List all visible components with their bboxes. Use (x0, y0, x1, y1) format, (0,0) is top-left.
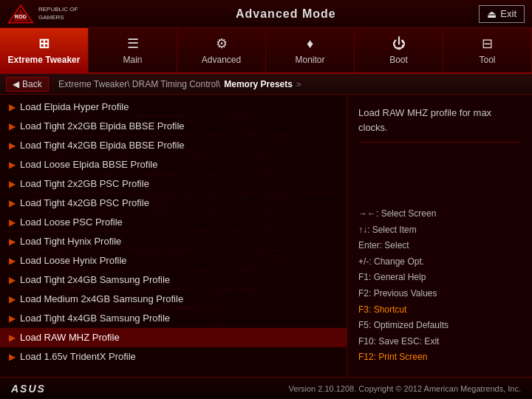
tool-icon: ⊟ (482, 35, 493, 52)
menu-item[interactable]: ▶ Load 1.65v TridentX Profile (0, 347, 347, 366)
menu-item-label: Load Tight 2x2GB PSC Profile (20, 178, 149, 189)
extreme-tweaker-label: Extreme Tweaker (8, 55, 81, 65)
menu-item[interactable]: ▶ Load Tight 4x2GB Elpida BBSE Profile (0, 136, 347, 155)
nav-tabs: ⊞ Extreme Tweaker ☰ Main ⚙ Advanced ♦ Mo… (0, 28, 532, 74)
page-title: Advanced Mode (92, 7, 479, 21)
menu-item-label: Load Tight 2x4GB Samsung Profile (20, 274, 170, 285)
help-item: F2: Previous Values (358, 286, 521, 302)
menu-item-label: Load Tight Hynix Profile (20, 236, 121, 247)
asus-logo: ASUS (11, 383, 46, 395)
breadcrumb-end-arrow: > (296, 80, 301, 89)
menu-arrow-icon: ▶ (9, 236, 16, 247)
exit-icon: ⏏ (487, 8, 497, 20)
menu-item[interactable]: ▶ Load Medium 2x4GB Samsung Profile (0, 290, 347, 309)
menu-item[interactable]: ▶ Load Loose Elpida BBSE Profile (0, 155, 347, 174)
menu-item[interactable]: ▶ Load RAW MHZ Profile (0, 328, 347, 347)
menu-item[interactable]: ▶ Load Tight 2x4GB Samsung Profile (0, 270, 347, 290)
menu-arrow-icon: ▶ (9, 198, 16, 208)
menu-arrow-icon: ▶ (9, 332, 16, 343)
main-icon: ☰ (127, 35, 139, 52)
tab-advanced[interactable]: ⚙ Advanced (177, 28, 266, 72)
help-item: Enter: Select (358, 238, 521, 254)
left-panel: ▶ Load Elpida Hyper Profile ▶ Load Tight… (0, 95, 347, 377)
menu-arrow-icon: ▶ (9, 275, 16, 285)
extreme-tweaker-icon: ⊞ (38, 35, 50, 52)
advanced-icon: ⚙ (216, 35, 228, 52)
rog-logo: ROG REPUBLIC OF GAMERS (7, 4, 78, 24)
boot-label: Boot (389, 55, 408, 65)
monitor-icon: ♦ (307, 36, 313, 52)
breadcrumb-current: Memory Presets (224, 79, 293, 89)
menu-arrow-icon: ▶ (9, 121, 16, 132)
back-arrow-icon: ◀ (13, 79, 19, 89)
help-item: →←: Select Screen (358, 206, 521, 222)
menu-item-label: Load Elpida Hyper Profile (20, 101, 129, 112)
menu-arrow-icon: ▶ (9, 102, 16, 112)
help-section: →←: Select Screen↑↓: Select ItemEnter: S… (358, 206, 521, 366)
advanced-label: Advanced (202, 55, 241, 65)
tab-extreme-tweaker[interactable]: ⊞ Extreme Tweaker (0, 28, 89, 72)
exit-button[interactable]: ⏏ Exit (479, 5, 525, 23)
right-panel: Load RAW MHZ profile for max clocks. →←:… (347, 95, 532, 377)
help-item: ↑↓: Select Item (358, 222, 521, 239)
help-item: F12: Print Screen (358, 349, 521, 366)
menu-item-label: Load Tight 4x4GB Samsung Profile (20, 313, 170, 324)
help-item: +/-: Change Opt. (358, 254, 521, 270)
rog-logo-text: REPUBLIC OF GAMERS (38, 6, 78, 21)
top-bar: ROG REPUBLIC OF GAMERS Advanced Mode ⏏ E… (0, 0, 532, 28)
menu-arrow-icon: ▶ (9, 160, 16, 170)
menu-item-label: Load Tight 2x2GB Elpida BBSE Profile (20, 120, 185, 132)
menu-item-label: Load Loose Hynix Profile (20, 255, 127, 266)
help-item: F10: Save ESC: Exit (358, 334, 521, 350)
menu-item[interactable]: ▶ Load Tight Hynix Profile (0, 232, 347, 251)
main-label: Main (123, 55, 142, 65)
tab-monitor[interactable]: ♦ Monitor (266, 28, 355, 72)
menu-item[interactable]: ▶ Load Tight 2x2GB PSC Profile (0, 174, 347, 194)
menu-item-label: Load RAW MHZ Profile (20, 332, 120, 343)
menu-arrow-icon: ▶ (9, 294, 16, 304)
menu-item[interactable]: ▶ Load Loose Hynix Profile (0, 251, 347, 270)
menu-arrow-icon: ▶ (9, 179, 16, 189)
menu-item[interactable]: ▶ Load Tight 2x2GB Elpida BBSE Profile (0, 117, 347, 136)
tab-tool[interactable]: ⊟ Tool (443, 28, 532, 72)
bottom-bar: ASUS Version 2.10.1208. Copyright © 2012… (0, 377, 532, 399)
menu-item[interactable]: ▶ Load Elpida Hyper Profile (0, 98, 347, 117)
menu-arrow-icon: ▶ (9, 140, 16, 151)
version-text: Version 2.10.1208. Copyright © 2012 Amer… (289, 384, 521, 393)
help-item: F1: General Help (358, 270, 521, 286)
menu-item-label: Load Loose Elpida BBSE Profile (20, 159, 157, 170)
boot-icon: ⏻ (392, 36, 406, 52)
svg-text:ROG: ROG (15, 13, 27, 20)
monitor-label: Monitor (295, 55, 324, 65)
tool-label: Tool (479, 55, 495, 65)
menu-arrow-icon: ▶ (9, 313, 16, 324)
main-content: ▶ Load Elpida Hyper Profile ▶ Load Tight… (0, 95, 532, 377)
menu-item-label: Load Medium 2x4GB Samsung Profile (20, 293, 183, 304)
menu-item[interactable]: ▶ Load Tight 4x2GB PSC Profile (0, 194, 347, 213)
tab-main[interactable]: ☰ Main (89, 28, 177, 72)
menu-arrow-icon: ▶ (9, 217, 16, 228)
menu-item-label: Load Tight 4x2GB PSC Profile (20, 197, 149, 208)
breadcrumb-path (52, 79, 55, 89)
breadcrumb-path-text: Extreme Tweaker\ DRAM Timing Control\ (58, 79, 220, 89)
breadcrumb-bar: ◀ Back Extreme Tweaker\ DRAM Timing Cont… (0, 74, 532, 95)
back-button[interactable]: ◀ Back (6, 77, 49, 92)
menu-item-label: Load 1.65v TridentX Profile (20, 351, 136, 362)
tab-boot[interactable]: ⏻ Boot (355, 28, 443, 72)
menu-item-label: Load Tight 4x2GB Elpida BBSE Profile (20, 140, 185, 151)
menu-item[interactable]: ▶ Load Loose PSC Profile (0, 213, 347, 232)
help-item: F5: Optimized Defaults (358, 318, 521, 334)
help-item: F3: Shortcut (358, 302, 521, 318)
menu-item-label: Load Loose PSC Profile (20, 216, 123, 228)
menu-arrow-icon: ▶ (9, 256, 16, 266)
menu-arrow-icon: ▶ (9, 352, 16, 362)
menu-item[interactable]: ▶ Load Tight 4x4GB Samsung Profile (0, 309, 347, 328)
info-description: Load RAW MHZ profile for max clocks. (358, 106, 521, 143)
